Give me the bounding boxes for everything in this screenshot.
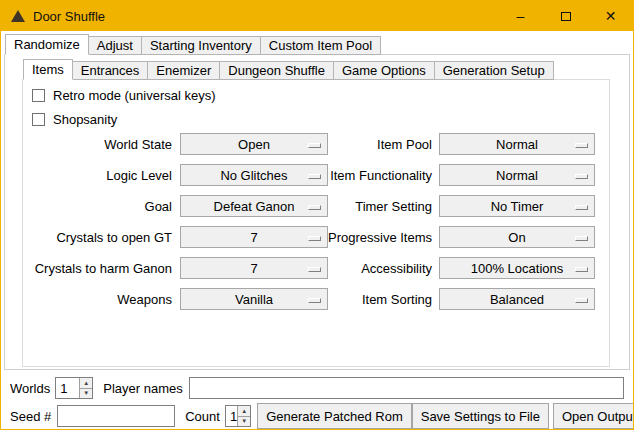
world-state-dropdown[interactable]: Open: [180, 133, 328, 155]
open-output-directory-button[interactable]: Open Output Directory: [553, 403, 634, 429]
player-names-label: Player names: [103, 381, 182, 396]
minimize-icon: –: [517, 8, 525, 24]
dropdown-value: On: [508, 230, 525, 245]
dropdown-indicator-icon: [308, 267, 321, 272]
dropdown-value: Normal: [496, 168, 538, 183]
field-label: Logic Level: [30, 168, 180, 183]
logic-level-dropdown[interactable]: No Glitches: [180, 164, 328, 186]
field-label: Timer Setting: [328, 199, 439, 214]
checkbox-label: Shopsanity: [53, 112, 117, 127]
tab-starting-inventory[interactable]: Starting Inventory: [141, 36, 261, 55]
close-icon: ✕: [605, 8, 617, 24]
generate-patched-rom-button[interactable]: Generate Patched Rom: [257, 403, 412, 429]
field-label: Progressive Items: [328, 230, 439, 245]
checkbox-icon: [32, 89, 45, 102]
spin-down-icon[interactable]: ▼: [238, 417, 250, 427]
settings-form: World State Open Item Pool Normal Logic …: [30, 133, 595, 310]
progressive-items-dropdown[interactable]: On: [439, 226, 595, 248]
crystals-to-harm-ganon-dropdown[interactable]: 7: [180, 257, 328, 279]
dropdown-indicator-icon: [575, 174, 588, 179]
spin-down-icon[interactable]: ▼: [80, 389, 92, 399]
goal-dropdown[interactable]: Defeat Ganon: [180, 195, 328, 217]
count-value: 1: [226, 406, 237, 426]
dropdown-value: No Timer: [491, 199, 544, 214]
dropdown-indicator-icon: [575, 298, 588, 303]
tab-entrances[interactable]: Entrances: [72, 61, 149, 80]
window-title: Door Shuffle: [33, 9, 105, 24]
spin-up-icon[interactable]: ▲: [238, 406, 250, 417]
dropdown-value: Vanilla: [235, 292, 273, 307]
worlds-spinbox[interactable]: 1 ▲ ▼: [55, 377, 93, 399]
dropdown-indicator-icon: [575, 267, 588, 272]
checkbox-label: Retro mode (universal keys): [53, 88, 216, 103]
field-label: Crystals to harm Ganon: [30, 261, 180, 276]
outer-tab-bar: Randomize Adjust Starting Inventory Cust…: [5, 34, 381, 55]
worlds-value: 1: [56, 378, 79, 398]
dropdown-indicator-icon: [308, 298, 321, 303]
field-label: Item Pool: [328, 137, 439, 152]
item-functionality-dropdown[interactable]: Normal: [439, 164, 595, 186]
dropdown-indicator-icon: [308, 236, 321, 241]
minimize-button[interactable]: –: [498, 1, 543, 31]
dropdown-value: 7: [250, 230, 257, 245]
app-icon: [11, 10, 25, 22]
dropdown-value: Defeat Ganon: [214, 199, 295, 214]
dropdown-value: No Glitches: [220, 168, 287, 183]
worlds-row: Worlds 1 ▲ ▼ Player names: [10, 376, 624, 400]
field-label: World State: [30, 137, 180, 152]
tab-adjust[interactable]: Adjust: [88, 36, 142, 55]
item-pool-dropdown[interactable]: Normal: [439, 133, 595, 155]
inner-tab-bar: Items Entrances Enemizer Dungeon Shuffle…: [23, 59, 554, 80]
dropdown-value: 7: [250, 261, 257, 276]
tab-enemizer[interactable]: Enemizer: [147, 61, 220, 80]
field-label: Accessibility: [328, 261, 439, 276]
app-window: Door Shuffle – ✕ Randomize Adjust Starti…: [0, 0, 634, 430]
seed-input[interactable]: [57, 405, 175, 427]
weapons-dropdown[interactable]: Vanilla: [180, 288, 328, 310]
tab-randomize[interactable]: Randomize: [5, 34, 89, 55]
save-settings-button[interactable]: Save Settings to File: [412, 403, 549, 429]
dropdown-indicator-icon: [575, 205, 588, 210]
maximize-button[interactable]: [543, 1, 588, 31]
generate-row: Seed # Count 1 ▲ ▼ Generate Patched Rom …: [10, 403, 624, 429]
crystals-to-open-gt-dropdown[interactable]: 7: [180, 226, 328, 248]
tab-custom-item-pool[interactable]: Custom Item Pool: [260, 36, 381, 55]
dropdown-value: Normal: [496, 137, 538, 152]
count-label: Count: [185, 409, 220, 424]
tab-dungeon-shuffle[interactable]: Dungeon Shuffle: [219, 61, 334, 80]
window-content: Randomize Adjust Starting Inventory Cust…: [2, 32, 632, 428]
dropdown-indicator-icon: [308, 143, 321, 148]
shopsanity-checkbox[interactable]: Shopsanity: [32, 112, 117, 126]
dropdown-indicator-icon: [308, 205, 321, 210]
field-label: Crystals to open GT: [30, 230, 180, 245]
spin-arrows: ▲ ▼: [79, 378, 92, 398]
spin-up-icon[interactable]: ▲: [80, 378, 92, 389]
timer-setting-dropdown[interactable]: No Timer: [439, 195, 595, 217]
worlds-label: Worlds: [10, 381, 50, 396]
titlebar: Door Shuffle – ✕: [1, 1, 633, 31]
item-sorting-dropdown[interactable]: Balanced: [439, 288, 595, 310]
tab-items[interactable]: Items: [23, 59, 73, 80]
close-button[interactable]: ✕: [588, 1, 633, 31]
dropdown-indicator-icon: [575, 143, 588, 148]
field-label: Goal: [30, 199, 180, 214]
tab-generation-setup[interactable]: Generation Setup: [434, 61, 554, 80]
maximize-icon: [561, 12, 571, 21]
checkbox-icon: [32, 113, 45, 126]
dropdown-indicator-icon: [308, 174, 321, 179]
field-label: Weapons: [30, 292, 180, 307]
count-spinbox[interactable]: 1 ▲ ▼: [225, 405, 251, 427]
field-label: Item Functionality: [328, 168, 439, 183]
dropdown-value: 100% Locations: [471, 261, 564, 276]
accessibility-dropdown[interactable]: 100% Locations: [439, 257, 595, 279]
retro-mode-checkbox[interactable]: Retro mode (universal keys): [32, 88, 216, 102]
dropdown-value: Open: [238, 137, 270, 152]
dropdown-value: Balanced: [490, 292, 544, 307]
seed-label: Seed #: [10, 409, 51, 424]
player-names-input[interactable]: [189, 377, 624, 399]
dropdown-indicator-icon: [575, 236, 588, 241]
tab-game-options[interactable]: Game Options: [333, 61, 435, 80]
spin-arrows: ▲ ▼: [237, 406, 250, 426]
field-label: Item Sorting: [328, 292, 439, 307]
